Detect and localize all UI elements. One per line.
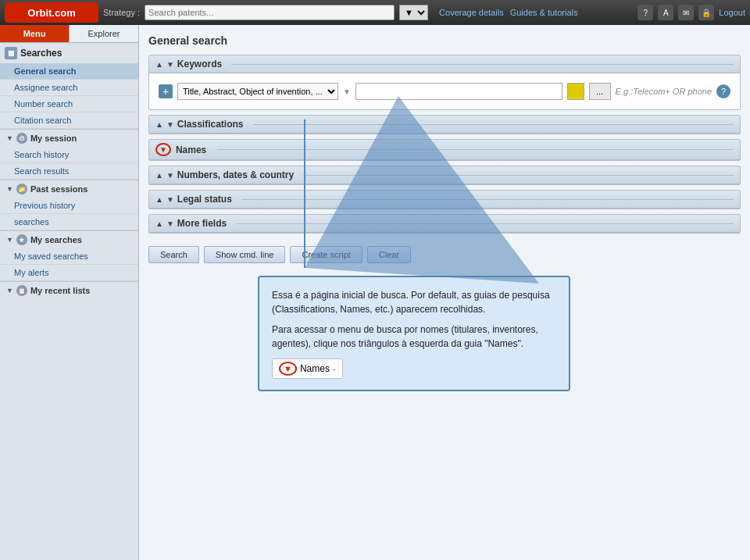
sidebar-item-my-alerts[interactable]: My alerts [0, 265, 138, 281]
sidebar-item-searches[interactable]: searches [0, 214, 138, 230]
help-icon[interactable]: ? [638, 5, 653, 20]
tooltip-names-demo: ▼ Names - [272, 358, 556, 379]
sidebar-section-my-searches[interactable]: ▼ ★ My searches [0, 230, 138, 248]
content-area: General search ▲ ▼ Keywords + Title, Abs… [139, 25, 750, 560]
more-fields-section: ▲ ▼ More fields [148, 214, 741, 234]
my-session-icon: ⏱ [16, 133, 27, 144]
clear-button[interactable]: Clear [367, 246, 411, 263]
classifications-arrow-down: ▼ [166, 120, 174, 129]
sidebar-section-searches[interactable]: ▦ Searches [0, 43, 138, 63]
numbers-dates-arrow-up: ▲ [155, 171, 163, 180]
names-arrow-up: ▼ [155, 143, 171, 156]
my-searches-icon: ★ [16, 234, 27, 245]
mail-icon[interactable]: ✉ [678, 5, 694, 20]
sidebar-item-assignee-search[interactable]: Assignee search [0, 80, 138, 96]
legal-status-section: ▲ ▼ Legal status [148, 190, 741, 209]
orbit-logo: Orbit.com [5, 2, 98, 23]
my-recent-lists-label: My recent lists [30, 286, 90, 295]
my-session-label: My session [30, 134, 77, 143]
sidebar-section-past-sessions[interactable]: ▼ 📁 Past sessions [0, 180, 138, 198]
more-fields-arrow-down: ▼ [166, 219, 174, 228]
keywords-label: Keywords [177, 59, 222, 70]
keyword-input[interactable] [355, 83, 562, 100]
guides-link[interactable]: Guides & tutorials [510, 8, 578, 17]
lock-icon[interactable]: 🔒 [698, 5, 714, 20]
classifications-label: Classifications [177, 119, 244, 130]
keywords-body: + Title, Abstract, Object of invention, … [149, 73, 740, 109]
names-header[interactable]: ▼ Names [149, 140, 740, 160]
sidebar-tab-menu[interactable]: Menu [0, 25, 70, 42]
classifications-header[interactable]: ▲ ▼ Classifications [149, 116, 740, 134]
sidebar-section-my-session[interactable]: ▼ ⏱ My session [0, 129, 138, 147]
keywords-section: ▲ ▼ Keywords + Title, Abstract, Object o… [148, 55, 741, 110]
legal-status-arrow-up: ▲ [155, 195, 163, 204]
sidebar-item-search-history[interactable]: Search history [0, 147, 138, 163]
names-label: Names [176, 144, 206, 155]
top-links: Coverage details Guides & tutorials [439, 8, 577, 17]
keyword-row: + Title, Abstract, Object of invention, … [159, 83, 730, 100]
past-sessions-label: Past sessions [30, 184, 88, 194]
keyword-help-icon[interactable]: ? [716, 84, 730, 98]
tooltip-box: Essa é a página inicial de busca. Por de… [258, 276, 570, 391]
sidebar-item-general-search[interactable]: General search [0, 63, 138, 80]
my-recent-lists-arrow: ▼ [6, 287, 13, 294]
past-sessions-arrow: ▼ [6, 185, 13, 193]
keywords-arrow-down: ▼ [166, 60, 174, 69]
numbers-dates-section: ▲ ▼ Numbers, dates & country [148, 166, 741, 185]
more-fields-label: More fields [177, 218, 227, 229]
my-recent-lists-icon: 📋 [16, 285, 27, 296]
numbers-dates-header[interactable]: ▲ ▼ Numbers, dates & country [149, 166, 740, 184]
logout-button[interactable]: Logout [719, 8, 745, 17]
tooltip-circle-arrow: ▼ [279, 362, 297, 376]
tooltip-container: Essa é a página inicial de busca. Por de… [148, 276, 741, 391]
tooltip-paragraph-2: Para acessar o menu de busca por nomes (… [272, 323, 556, 351]
keyword-field-select[interactable]: Title, Abstract, Object of invention, ..… [177, 83, 338, 100]
strategy-label: Strategy : [103, 8, 140, 17]
more-fields-arrow-up: ▲ [155, 219, 163, 228]
keywords-header[interactable]: ▲ ▼ Keywords [149, 55, 740, 73]
more-fields-header[interactable]: ▲ ▼ More fields [149, 215, 740, 233]
example-hint: E.g.:Telecom+ OR phone [616, 87, 712, 96]
sidebar-tabs: Menu Explorer [0, 25, 138, 43]
legal-status-arrow-down: ▼ [166, 195, 174, 204]
strategy-input[interactable] [145, 5, 395, 20]
show-cmd-line-button[interactable]: Show cmd. line [204, 246, 286, 263]
numbers-dates-arrow-down: ▼ [166, 171, 174, 180]
top-right-icons: ? A ✉ 🔒 Logout [638, 5, 745, 20]
searches-label: Searches [20, 48, 62, 59]
action-row: Search Show cmd. line Create script Clea… [148, 241, 741, 268]
main-layout: Menu Explorer ▦ Searches General search … [0, 25, 750, 560]
sidebar-item-citation-search[interactable]: Citation search [0, 112, 138, 129]
numbers-dates-label: Numbers, dates & country [177, 169, 294, 180]
color-picker[interactable] [567, 83, 584, 100]
sidebar-item-number-search[interactable]: Number search [0, 96, 138, 112]
strategy-dropdown[interactable]: ▼ [399, 5, 428, 20]
keywords-arrow-up: ▲ [155, 60, 163, 69]
search-button[interactable]: Search [148, 246, 199, 263]
options-button[interactable]: ... [589, 83, 611, 100]
classifications-section: ▲ ▼ Classifications [148, 115, 741, 134]
sidebar: Menu Explorer ▦ Searches General search … [0, 25, 139, 560]
topbar: Orbit.com Strategy : ▼ Coverage details … [0, 0, 750, 25]
past-sessions-icon: 📁 [16, 184, 27, 194]
sidebar-item-search-results[interactable]: Search results [0, 163, 138, 180]
names-section: ▼ Names [148, 139, 741, 161]
create-script-button[interactable]: Create script [290, 246, 362, 263]
sidebar-section-my-recent-lists[interactable]: ▼ 📋 My recent lists [0, 281, 138, 299]
legal-status-header[interactable]: ▲ ▼ Legal status [149, 191, 740, 209]
tooltip-names-label: Names [300, 363, 330, 374]
page-title: General search [148, 34, 741, 47]
sidebar-item-my-saved-searches[interactable]: My saved searches [0, 248, 138, 265]
classifications-arrow-up: ▲ [155, 120, 163, 129]
my-session-arrow: ▼ [6, 134, 13, 142]
sidebar-item-previous-history[interactable]: Previous history [0, 198, 138, 214]
coverage-link[interactable]: Coverage details [439, 8, 504, 17]
searches-icon: ▦ [5, 47, 17, 59]
tooltip-names-dash: - [333, 364, 336, 373]
add-keyword-button[interactable]: + [159, 84, 173, 98]
user-icon[interactable]: A [658, 5, 673, 20]
sidebar-tab-explorer[interactable]: Explorer [70, 25, 138, 42]
my-searches-label: My searches [30, 235, 82, 244]
field-expand-icon[interactable]: ▼ [343, 87, 351, 96]
my-searches-arrow: ▼ [6, 236, 13, 244]
